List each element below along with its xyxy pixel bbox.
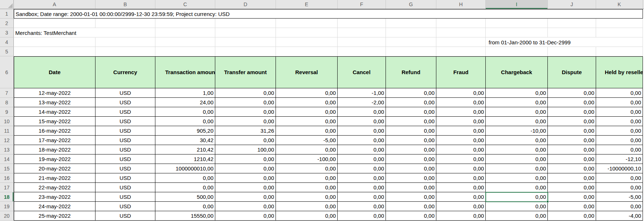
cell-H7[interactable]: 0,00 (436, 88, 486, 98)
cell-B16[interactable]: USD (95, 173, 155, 183)
cell-I18[interactable]: 0,00 (486, 192, 548, 202)
cell-G20[interactable]: 0,00 (386, 211, 436, 221)
cell-A1[interactable]: Sandbox; Date range: 2000-01-01 00:00:00… (14, 9, 643, 19)
column-header-H[interactable]: H (436, 0, 486, 9)
column-header-B[interactable]: B (95, 0, 155, 9)
cell-D5[interactable] (215, 47, 276, 56)
cell-K14[interactable]: -12,10 (596, 154, 643, 164)
cell-H16[interactable]: 0,00 (436, 173, 486, 183)
cell-E11[interactable]: 0,00 (276, 126, 338, 136)
fill-handle[interactable] (546, 200, 549, 203)
cell-G9[interactable]: 0,00 (386, 107, 436, 117)
cell-F8[interactable]: -2,00 (338, 98, 386, 107)
cell-B17[interactable]: USD (95, 183, 155, 192)
cell-G2[interactable] (386, 19, 436, 28)
row-header-3[interactable]: 3 (0, 28, 14, 37)
cell-G10[interactable]: 0,00 (386, 117, 436, 126)
cell-E12[interactable]: -5,00 (276, 136, 338, 145)
cell-I8[interactable]: 0,00 (486, 98, 548, 107)
cell-E4[interactable] (276, 37, 338, 47)
cell-J8[interactable]: 0,00 (548, 98, 596, 107)
cell-C4[interactable] (155, 37, 215, 47)
cell-B19[interactable]: USD (95, 202, 155, 211)
cell-B14[interactable]: USD (95, 154, 155, 164)
cell-D9[interactable]: 0,00 (215, 107, 276, 117)
cell-D10[interactable]: 0,00 (215, 117, 276, 126)
cell-C5[interactable] (155, 47, 215, 56)
cell-I12[interactable]: 0,00 (486, 136, 548, 145)
row-header-6[interactable]: 6 (0, 56, 14, 88)
cell-G14[interactable]: 0,00 (386, 154, 436, 164)
cell-K19[interactable]: 0,00 (596, 202, 643, 211)
cell-K7[interactable]: 0,00 (596, 88, 643, 98)
cell-J19[interactable]: 0,00 (548, 202, 596, 211)
cell-K18[interactable]: -5,00 (596, 192, 643, 202)
cell-A15[interactable]: 20-may-2022 (14, 164, 95, 173)
cell-D3[interactable] (215, 28, 276, 37)
cell-C15[interactable]: 1000000010,00 (155, 164, 215, 173)
cell-K17[interactable]: 0,00 (596, 183, 643, 192)
cell-F3[interactable] (338, 28, 386, 37)
row-header-4[interactable]: 4 (0, 37, 14, 47)
cell-G12[interactable]: 0,00 (386, 136, 436, 145)
cell-A10[interactable]: 15-may-2022 (14, 117, 95, 126)
cell-I14[interactable]: 0,00 (486, 154, 548, 164)
cell-K13[interactable]: 0,00 (596, 145, 643, 154)
column-header-C[interactable]: C (155, 0, 215, 9)
cell-I3[interactable] (486, 28, 548, 37)
cell-B10[interactable]: USD (95, 117, 155, 126)
cell-G16[interactable]: 0,00 (386, 173, 436, 183)
cell-A13[interactable]: 18-may-2022 (14, 145, 95, 154)
cell-B12[interactable]: USD (95, 136, 155, 145)
cell-B9[interactable]: USD (95, 107, 155, 117)
cell-H18[interactable]: 0,00 (436, 192, 486, 202)
cell-C19[interactable]: 0,00 (155, 202, 215, 211)
cell-F20[interactable]: 0,00 (338, 211, 386, 221)
cell-I15[interactable]: 0,00 (486, 164, 548, 173)
cell-K8[interactable]: 0,00 (596, 98, 643, 107)
cell-F2[interactable] (338, 19, 386, 28)
cell-G5[interactable] (386, 47, 436, 56)
cell-B2[interactable] (95, 19, 155, 28)
cell-I11[interactable]: -10,00 (486, 126, 548, 136)
row-header-16[interactable]: 16 (0, 173, 14, 183)
row-header-19[interactable]: 19 (0, 202, 14, 211)
cell-E5[interactable] (276, 47, 338, 56)
cell-E2[interactable] (276, 19, 338, 28)
cell-C9[interactable]: 0,00 (155, 107, 215, 117)
cell-C8[interactable]: 24,00 (155, 98, 215, 107)
cell-H2[interactable] (436, 19, 486, 28)
cell-C17[interactable]: 0,00 (155, 183, 215, 192)
cell-K3[interactable] (596, 28, 643, 37)
cell-E20[interactable]: 0,00 (276, 211, 338, 221)
cell-E7[interactable]: 0,00 (276, 88, 338, 98)
cell-E10[interactable]: 0,00 (276, 117, 338, 126)
cell-F16[interactable]: 0,00 (338, 173, 386, 183)
cell-C14[interactable]: 1210,42 (155, 154, 215, 164)
cell-B15[interactable]: USD (95, 164, 155, 173)
cell-F10[interactable]: 0,00 (338, 117, 386, 126)
cell-C13[interactable]: 210,42 (155, 145, 215, 154)
cell-K15[interactable]: -10000000,10 (596, 164, 643, 173)
cell-J10[interactable]: 0,00 (548, 117, 596, 126)
cell-H5[interactable] (436, 47, 486, 56)
table-header-A[interactable]: Date (14, 56, 95, 88)
row-header-20[interactable]: 20 (0, 211, 14, 221)
cell-D12[interactable]: 0,00 (215, 136, 276, 145)
cell-A2[interactable] (14, 19, 95, 28)
cell-H12[interactable]: 0,00 (436, 136, 486, 145)
cell-F13[interactable]: 0,00 (338, 145, 386, 154)
cell-I20[interactable]: 0,00 (486, 211, 548, 221)
cell-D11[interactable]: 31,26 (215, 126, 276, 136)
row-header-17[interactable]: 17 (0, 183, 14, 192)
cell-I9[interactable]: 0,00 (486, 107, 548, 117)
cell-K5[interactable] (596, 47, 643, 56)
cell-A5[interactable] (14, 47, 95, 56)
cell-J2[interactable] (548, 19, 596, 28)
cell-A4[interactable] (14, 37, 95, 47)
cell-I7[interactable]: 0,00 (486, 88, 548, 98)
cell-G3[interactable] (386, 28, 436, 37)
cell-A8[interactable]: 13-may-2022 (14, 98, 95, 107)
cell-B3[interactable] (95, 28, 155, 37)
select-all-corner[interactable] (0, 0, 14, 9)
